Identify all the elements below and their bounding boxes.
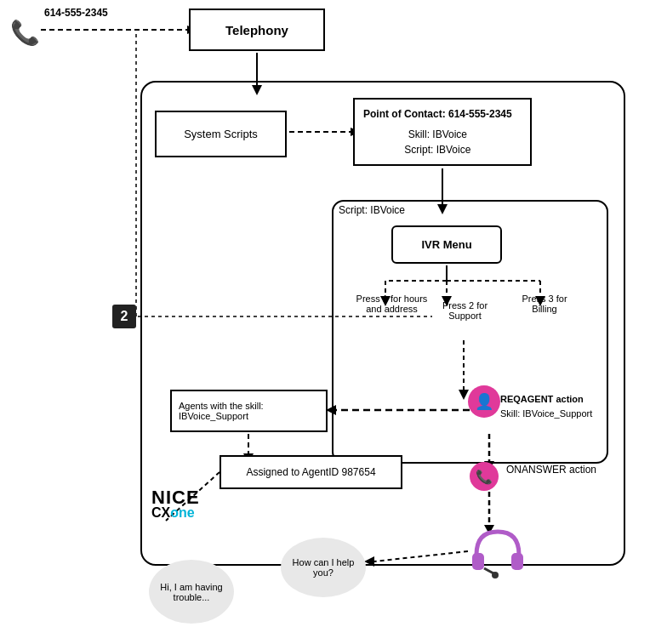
customer-speech-text: How can I help you? <box>288 557 359 578</box>
headset-icon <box>468 527 527 588</box>
svg-text:👤: 👤 <box>475 392 494 411</box>
poc-line3: Script: IBVoice <box>363 142 512 157</box>
onanswer-box: ONANSWER action <box>506 464 638 493</box>
badge-2: 2 <box>112 305 136 328</box>
reqagent-box: REQAGENT action Skill: IBVoice_Support <box>493 387 634 434</box>
phone-icon: 📞 <box>10 19 40 47</box>
ivr-menu-label: IVR Menu <box>421 238 471 251</box>
reqagent-line1: REQAGENT action <box>500 392 627 407</box>
poc-content: Point of Contact: 614-555-2345 Skill: IB… <box>363 106 512 157</box>
telephony-box: Telephony <box>189 9 325 51</box>
svg-point-39 <box>492 572 499 578</box>
telephony-label: Telephony <box>225 23 288 37</box>
nice-logo: NICE CXone <box>151 487 200 521</box>
press3-label: Press 3 for Billing <box>522 294 567 314</box>
poc-line2: Skill: IBVoice <box>363 127 512 142</box>
phone-number: 614-555-2345 <box>44 7 108 19</box>
system-scripts-box: System Scripts <box>155 111 287 157</box>
agents-skill-box: Agents with the skill: IBVoice_Support <box>170 390 328 432</box>
press2-box: Press 2 for Support <box>433 300 497 339</box>
assigned-label: Assigned to AgentID 987654 <box>246 466 375 478</box>
reqagent-line2: Skill: IBVoice_Support <box>500 407 627 421</box>
ivr-menu-box: IVR Menu <box>391 225 502 264</box>
svg-rect-37 <box>511 553 523 570</box>
svg-rect-36 <box>472 553 484 570</box>
press1-label: Press 1 for hours and address <box>356 294 428 314</box>
onanswer-icon: 📞 <box>470 462 499 497</box>
badge-value: 2 <box>121 309 128 324</box>
one-text: one <box>170 505 194 520</box>
diagram: 📞 614-555-2345 Telephony System Scripts … <box>0 0 650 644</box>
point-of-contact-box: Point of Contact: 614-555-2345 Skill: IB… <box>353 98 532 166</box>
agents-skill-label: Agents with the skill: IBVoice_Support <box>179 401 319 421</box>
poc-line1: Point of Contact: 614-555-2345 <box>363 106 512 122</box>
press2-label: Press 2 for Support <box>442 300 488 321</box>
svg-text:📞: 📞 <box>476 469 493 485</box>
system-scripts-label: System Scripts <box>184 128 258 140</box>
press1-box: Press 1 for hours and address <box>356 294 428 343</box>
script-label: Script: IBVoice <box>339 204 405 216</box>
speech-bubble-customer: How can I help you? <box>281 538 366 597</box>
onanswer-label: ONANSWER action <box>506 464 596 476</box>
assigned-box: Assigned to AgentID 987654 <box>220 455 402 489</box>
agent-speech-text: Hi, I am having trouble... <box>156 582 227 602</box>
cxone-text: CXone <box>151 505 195 521</box>
speech-bubble-agent: Hi, I am having trouble... <box>149 560 234 624</box>
cx-text: CX <box>151 505 170 520</box>
press3-box: Press 3 for Billing <box>510 294 579 340</box>
